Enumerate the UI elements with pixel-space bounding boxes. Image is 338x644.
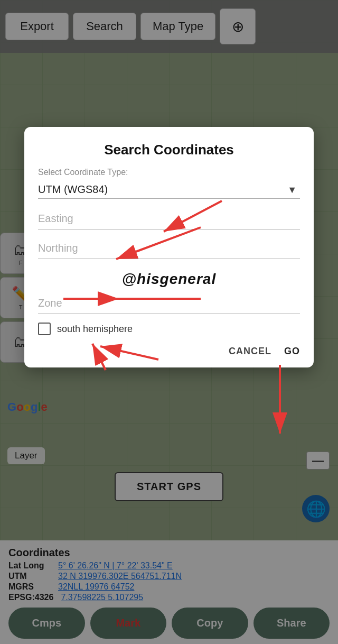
zone-input[interactable] bbox=[38, 293, 300, 314]
south-hemisphere-row: south hemisphere bbox=[38, 323, 300, 335]
go-button[interactable]: GO bbox=[284, 346, 300, 357]
coordinate-type-label: Select Coordinate Type: bbox=[38, 168, 300, 177]
watermark-text: @hisgeneral bbox=[38, 271, 300, 288]
south-hemisphere-label: south hemisphere bbox=[57, 324, 133, 335]
south-hemisphere-checkbox[interactable] bbox=[38, 323, 51, 335]
easting-input[interactable] bbox=[38, 208, 300, 229]
cancel-button[interactable]: CANCEL bbox=[229, 346, 271, 357]
modal-title: Search Coordinates bbox=[38, 142, 300, 158]
northing-input[interactable] bbox=[38, 238, 300, 259]
search-coordinates-modal: Search Coordinates Select Coordinate Typ… bbox=[24, 127, 314, 367]
coordinate-type-select-wrapper: UTM (WGS84) Lat/Long (WGS84) MGRS EPSG:4… bbox=[38, 180, 300, 199]
coordinate-type-select[interactable]: UTM (WGS84) Lat/Long (WGS84) MGRS EPSG:4… bbox=[38, 180, 300, 199]
modal-actions: CANCEL GO bbox=[38, 346, 300, 357]
